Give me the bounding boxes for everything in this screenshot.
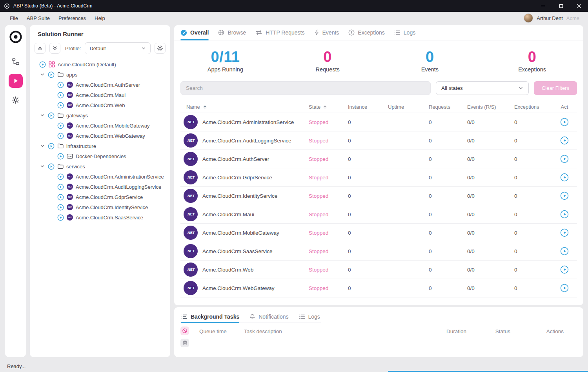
column-header-events[interactable]: Events (R/S)	[467, 104, 514, 110]
tree-item-root[interactable]: Acme.CloudCrm (Default)	[35, 59, 166, 69]
chevron-down-icon[interactable]	[40, 72, 45, 77]
service-actions-cell	[552, 210, 577, 219]
play-circle-icon[interactable]	[48, 112, 55, 119]
run-service-button[interactable]	[560, 191, 569, 200]
tree-item-package[interactable]: .NETAcme.CloudCrm.IdentityService	[35, 202, 166, 212]
menu-abp-suite[interactable]: ABP Suite	[22, 13, 54, 23]
run-service-button[interactable]	[560, 284, 569, 292]
search-input[interactable]	[180, 81, 431, 95]
play-circle-icon[interactable]	[57, 184, 64, 190]
play-circle-icon[interactable]	[57, 122, 64, 129]
tree-item-package[interactable]: .NETAcme.CloudCrm.Web	[35, 100, 166, 110]
close-button[interactable]	[570, 0, 588, 12]
tree-item-label: services	[66, 164, 85, 170]
service-actions-cell	[552, 284, 577, 292]
run-service-button[interactable]	[560, 228, 569, 237]
settings-button[interactable]	[9, 93, 23, 107]
tree-item-package[interactable]: .NETAcme.CloudCrm.SaasService	[35, 212, 166, 222]
menu-preferences[interactable]: Preferences	[54, 13, 90, 23]
service-events: 0/0	[467, 285, 514, 291]
play-circle-icon[interactable]	[39, 61, 46, 68]
run-service-button[interactable]	[560, 210, 569, 219]
clear-tasks-button[interactable]	[180, 339, 189, 347]
clear-filters-button[interactable]: Clear Filters	[534, 81, 577, 95]
service-row: .NETAcme.CloudCrm.MauiStopped000/00	[180, 205, 577, 224]
run-service-button[interactable]	[560, 155, 569, 163]
service-requests: 0	[429, 230, 467, 236]
tree-item-folder[interactable]: apps	[35, 69, 166, 80]
chevron-down-icon[interactable]	[40, 164, 45, 169]
tab-background-tasks[interactable]: Background Tasks	[181, 310, 239, 323]
column-header-instance[interactable]: Instance	[348, 104, 388, 110]
column-header-name[interactable]: Name	[180, 104, 309, 110]
menu-file[interactable]: File	[5, 13, 22, 23]
chevron-down-icon[interactable]	[40, 113, 45, 118]
tree-item-package[interactable]: .NETAcme.CloudCrm.MobileGateway	[35, 120, 166, 131]
play-circle-icon[interactable]	[57, 82, 64, 88]
tab-overall[interactable]: Overall	[180, 25, 209, 40]
state-filter-select[interactable]: All states	[436, 81, 529, 95]
run-service-button[interactable]	[560, 173, 569, 182]
play-circle-icon[interactable]	[48, 71, 55, 78]
tree-item-package[interactable]: .NETAcme.CloudCrm.AuthServer	[35, 80, 166, 90]
lightning-icon	[314, 29, 319, 36]
tab-bottom-logs[interactable]: Logs	[299, 310, 320, 323]
play-circle-icon[interactable]	[57, 173, 64, 180]
play-circle-icon[interactable]	[57, 194, 64, 201]
cancel-tasks-button[interactable]	[180, 326, 189, 335]
service-row: .NETAcme.CloudCrm.WebStopped000/00	[180, 261, 577, 279]
user-name[interactable]: Arthur Dent	[537, 15, 563, 21]
column-header-state[interactable]: State	[309, 104, 348, 110]
play-circle-icon[interactable]	[57, 92, 64, 98]
tree-item-folder[interactable]: services	[35, 161, 166, 171]
tree-item-package[interactable]: .NETAcme.CloudCrm.Maui	[35, 90, 166, 100]
tab-browse[interactable]: Browse	[218, 25, 246, 40]
play-circle-icon[interactable]	[57, 204, 64, 211]
tree-item-label: Acme.CloudCrm.AuthServer	[76, 82, 140, 88]
play-circle-icon[interactable]	[48, 143, 55, 150]
tree-item-folder[interactable]: gateways	[35, 110, 166, 120]
user-avatar[interactable]	[524, 13, 533, 23]
minimize-button[interactable]	[534, 0, 552, 12]
tab-logs[interactable]: Logs	[394, 25, 415, 40]
column-header-requests[interactable]: Requests	[429, 104, 467, 110]
expand-all-button[interactable]	[49, 43, 60, 54]
run-service-button[interactable]	[560, 136, 569, 145]
run-service-button[interactable]	[560, 247, 569, 255]
profile-select[interactable]: Default	[85, 42, 151, 54]
play-circle-icon[interactable]	[48, 163, 55, 170]
tab-exceptions[interactable]: Exceptions	[348, 25, 384, 40]
tab-label: HTTP Requests	[266, 29, 304, 36]
runner-settings-button[interactable]	[155, 43, 166, 54]
play-circle-icon	[560, 155, 569, 163]
tree-item-package[interactable]: .NETAcme.CloudCrm.AuditLoggingService	[35, 182, 166, 192]
column-header-queue-time: Queue time	[195, 328, 244, 334]
service-requests: 0	[429, 193, 467, 199]
column-header-exceptions[interactable]: Exceptions	[514, 104, 552, 110]
tree-item-package[interactable]: .NETAcme.CloudCrm.WebGateway	[35, 131, 166, 141]
run-service-button[interactable]	[560, 265, 569, 274]
column-header-uptime[interactable]: Uptime	[388, 104, 429, 110]
play-circle-icon[interactable]	[57, 133, 64, 139]
collapse-all-button[interactable]	[35, 43, 46, 54]
tree-item-docker[interactable]: Docker-Dependencies	[35, 151, 166, 161]
service-events: 0/0	[467, 175, 514, 181]
play-circle-icon[interactable]	[57, 153, 64, 160]
maximize-button[interactable]	[552, 0, 570, 12]
tree-item-folder[interactable]: infrastructure	[35, 141, 166, 151]
service-name: Acme.CloudCrm.AdministrationService	[202, 119, 294, 125]
service-state: Stopped	[309, 193, 348, 199]
tab-events[interactable]: Events	[314, 25, 339, 40]
tab-notifications[interactable]: Notifications	[249, 310, 288, 323]
run-service-button[interactable]	[560, 118, 569, 126]
play-circle-icon[interactable]	[57, 102, 64, 109]
menu-help[interactable]: Help	[90, 13, 109, 23]
service-requests: 0	[429, 285, 467, 291]
solution-explorer-button[interactable]	[9, 55, 23, 69]
solution-runner-button[interactable]	[9, 74, 23, 88]
chevron-down-icon[interactable]	[40, 143, 45, 149]
tree-item-package[interactable]: .NETAcme.CloudCrm.AdministrationService	[35, 171, 166, 182]
tree-item-package[interactable]: .NETAcme.CloudCrm.GdprService	[35, 192, 166, 202]
tab-http-requests[interactable]: HTTP Requests	[255, 25, 304, 40]
play-circle-icon[interactable]	[57, 214, 64, 221]
